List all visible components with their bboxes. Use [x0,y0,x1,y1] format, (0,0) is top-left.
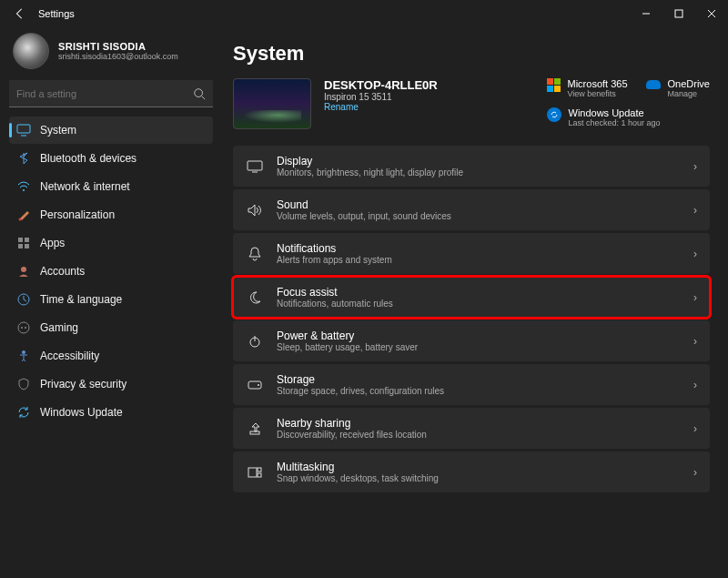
windows-update-icon [547,107,561,122]
onedrive-promo[interactable]: OneDriveManage [646,78,710,98]
window-controls [630,0,728,27]
svg-rect-26 [250,431,259,434]
sidebar-item-system[interactable]: System [9,117,213,144]
svg-rect-20 [248,161,262,170]
svg-rect-12 [18,244,23,248]
svg-point-14 [21,267,26,272]
search-icon [193,87,206,100]
sidebar-item-label: Gaming [40,321,78,334]
rename-link[interactable]: Rename [324,102,438,112]
share-icon [246,422,264,435]
multitasking-icon [246,467,264,478]
device-info-row: DESKTOP-4RLLE0R Inspiron 15 3511 Rename … [233,78,710,129]
nav-list: System Bluetooth & devices Network & int… [9,117,213,426]
svg-rect-29 [258,473,261,477]
svg-rect-11 [25,238,29,242]
microsoft-365-promo[interactable]: Microsoft 365View benefits [547,78,628,98]
svg-point-19 [22,350,25,354]
sidebar-item-label: Accessibility [40,350,99,362]
accessibility-icon [16,349,31,363]
maximize-icon [674,9,683,18]
sidebar-item-accessibility[interactable]: Accessibility [9,342,213,370]
microsoft-logo-icon [547,78,561,92]
sidebar-item-gaming[interactable]: Gaming [9,314,213,341]
settings-list: DisplayMonitors, brightness, night light… [233,146,710,492]
wifi-icon [16,179,31,194]
sidebar-item-network[interactable]: Network & internet [9,173,213,200]
minimize-icon [642,9,651,18]
sidebar-item-apps[interactable]: Apps [9,229,213,257]
close-icon [707,9,716,18]
chevron-right-icon: › [693,335,697,348]
main-content: System DESKTOP-4RLLE0R Inspiron 15 3511 … [218,27,728,578]
profile-block[interactable]: SRISHTI SISODIA srishti.sisodia1603@outl… [9,33,213,69]
minimize-button[interactable] [630,0,662,27]
sidebar-item-label: Accounts [40,265,85,278]
setting-sound[interactable]: SoundVolume levels, output, input, sound… [233,189,710,230]
chevron-right-icon: › [693,160,697,173]
title-bar: Settings [0,0,728,27]
setting-power-battery[interactable]: Power & batterySleep, battery usage, bat… [233,320,710,361]
sidebar-item-label: Windows Update [40,406,123,419]
setting-notifications[interactable]: NotificationsAlerts from apps and system… [233,233,710,274]
setting-multitasking[interactable]: MultitaskingSnap windows, desktops, task… [233,451,710,492]
sidebar-item-windows-update[interactable]: Windows Update [9,399,213,426]
sidebar-item-accounts[interactable]: Accounts [9,258,213,285]
bluetooth-icon [16,151,31,166]
chevron-right-icon: › [693,248,697,260]
svg-point-9 [19,218,22,221]
chevron-right-icon: › [693,379,697,391]
svg-rect-27 [248,468,257,477]
arrow-left-icon [14,7,26,20]
user-name: SRISHTI SISODIA [58,41,178,52]
apps-icon [16,236,31,250]
sidebar-item-label: Bluetooth & devices [40,152,136,165]
sound-icon [246,204,264,217]
chevron-right-icon: › [693,204,697,217]
sidebar-item-privacy[interactable]: Privacy & security [9,370,213,398]
sidebar-item-label: Time & language [40,293,122,306]
svg-point-16 [18,322,29,333]
avatar [13,33,49,69]
sidebar-item-label: Personalization [40,208,115,221]
svg-rect-1 [675,10,682,17]
search-input[interactable] [16,88,193,99]
sidebar-item-bluetooth[interactable]: Bluetooth & devices [9,145,213,172]
brush-icon [16,208,31,222]
svg-rect-28 [258,468,261,472]
svg-point-25 [258,384,259,386]
shield-icon [16,377,31,391]
user-email: srishti.sisodia1603@outlook.com [58,52,178,61]
update-icon [16,405,31,420]
sidebar-item-label: System [40,124,76,137]
svg-line-5 [202,96,206,99]
bell-icon [246,247,264,261]
close-button[interactable] [695,0,728,27]
search-box[interactable] [9,80,213,107]
svg-point-4 [195,88,203,96]
windows-update-promo[interactable]: Windows UpdateLast checked: 1 hour ago [547,107,711,127]
svg-point-17 [21,327,23,329]
sidebar-item-label: Network & internet [40,180,130,193]
clock-globe-icon [16,292,31,307]
sidebar-item-personalization[interactable]: Personalization [9,201,213,228]
svg-rect-10 [18,238,23,242]
setting-display[interactable]: DisplayMonitors, brightness, night light… [233,146,710,187]
chevron-right-icon: › [693,466,697,479]
maximize-button[interactable] [662,0,695,27]
display-icon [246,160,264,173]
setting-storage[interactable]: StorageStorage space, drives, configurat… [233,364,710,405]
gaming-icon [16,320,31,335]
setting-focus-assist[interactable]: Focus assistNotifications, automatic rul… [233,277,710,318]
sidebar: SRISHTI SISODIA srishti.sisodia1603@outl… [0,27,218,578]
accounts-icon [16,264,31,279]
device-name: DESKTOP-4RLLE0R [324,78,438,92]
svg-rect-6 [17,125,30,133]
system-icon [16,123,31,137]
sidebar-item-time-language[interactable]: Time & language [9,286,213,313]
chevron-right-icon: › [693,422,697,435]
setting-nearby-sharing[interactable]: Nearby sharingDiscoverability, received … [233,408,710,449]
window-title: Settings [38,8,75,19]
svg-rect-13 [25,244,29,248]
back-button[interactable] [7,1,33,26]
